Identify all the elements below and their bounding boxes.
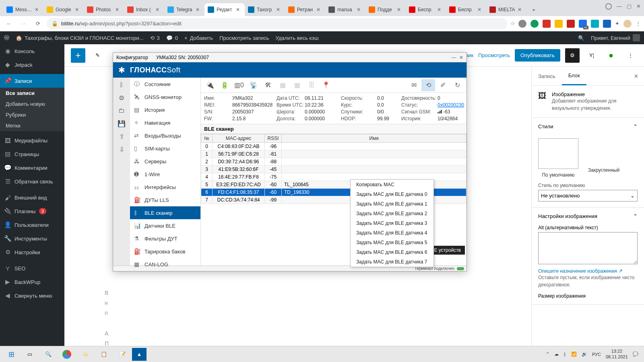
alt-help-link[interactable]: Опишите назначение изображения: [538, 268, 617, 274]
back-button[interactable]: ←: [3, 18, 14, 29]
jetpack-button[interactable]: ●: [604, 48, 618, 63]
erase-icon[interactable]: ✐: [436, 79, 450, 91]
close-tab-icon[interactable]: ✕: [437, 7, 443, 12]
sidebar-item-posts[interactable]: 📌Записи: [0, 74, 64, 88]
app-menu-item[interactable]: ⛽ДУТы LLS: [130, 193, 200, 206]
sidebar-item-console[interactable]: ◉Консоль: [0, 44, 64, 58]
browser-tab[interactable]: Беспр✕: [446, 3, 486, 16]
app-menu-item[interactable]: ⚏Интерфейсы: [130, 181, 200, 193]
context-menu-item[interactable]: Задать MAC для BLE датчика 4: [351, 228, 433, 238]
table-row[interactable]: 156:71:9F:0E:C6:28-81: [201, 150, 466, 158]
url-bar[interactable]: 🔒 bitlite.ru/wp-admin/post.php?post=3297…: [47, 18, 507, 29]
configurator-icon[interactable]: ▲: [132, 348, 147, 361]
site-link[interactable]: 🏠 Тахографы, блоки СКЗИ и ГЛОНАСС монито…: [16, 35, 144, 41]
app-menu-item[interactable]: 📊Датчики BLE: [130, 219, 200, 232]
browser-tab[interactable]: Редакт✕: [204, 3, 245, 16]
upload-icon[interactable]: ⇧: [115, 131, 128, 142]
table-row[interactable]: 341:E9:5B:32:60:6F-45: [201, 166, 466, 173]
more-button[interactable]: ⋮: [623, 48, 638, 63]
context-menu-item[interactable]: Задать MAC для BLE датчика 2: [351, 209, 433, 218]
sidebar-item-comments[interactable]: 💬Комментарии: [0, 161, 64, 175]
close-sidebar-button[interactable]: ✕: [628, 68, 644, 85]
preview-link[interactable]: Просмотреть: [478, 52, 510, 58]
table-row[interactable]: 2D0:39:72:A4:D6:96-88: [201, 158, 466, 166]
ext-icon[interactable]: [555, 20, 563, 28]
browser-tab[interactable]: Подде✕: [365, 3, 406, 16]
sidebar-item-tools[interactable]: 🔧Инструменты: [0, 232, 64, 245]
app-menu-item[interactable]: ⛽Тарировка баков: [130, 245, 200, 258]
app-menu-item[interactable]: ⚗Фильтры ДУТ: [130, 232, 200, 245]
star-icon[interactable]: ☆: [510, 21, 515, 27]
reload-button[interactable]: ⟳: [32, 18, 43, 29]
close-icon[interactable]: ✕: [636, 3, 641, 10]
counter-icon[interactable]: ▥0: [232, 79, 246, 91]
app-menu-item[interactable]: ✧Навигация: [130, 116, 200, 129]
tray-chevron-icon[interactable]: ⌃: [546, 352, 549, 357]
add-new-link[interactable]: + Добавить: [184, 35, 213, 41]
ext-icon[interactable]: [591, 20, 599, 28]
onedrive-icon[interactable]: ☁: [554, 352, 559, 357]
new-tab-button[interactable]: +: [528, 4, 539, 15]
minimize-icon[interactable]: —: [451, 55, 456, 60]
table-row[interactable]: 0C4:06:83:0F:D2:AB-96: [201, 143, 466, 150]
alt-text-input[interactable]: [538, 232, 638, 264]
panel-styles[interactable]: Стили⌃: [532, 118, 644, 135]
sidebar-item-backwpup[interactable]: ▶BackWPup: [0, 275, 64, 289]
sidebar-sub-add-new[interactable]: Добавить новую: [0, 99, 64, 109]
record-icon[interactable]: ▦: [276, 79, 289, 91]
context-menu-item[interactable]: Задать MAC для BLE датчика 6: [351, 247, 433, 257]
notepad-icon[interactable]: 📝: [114, 347, 131, 362]
close-tab-icon[interactable]: ✕: [75, 7, 80, 12]
sidebar-item-users[interactable]: 👤Пользователи: [0, 218, 64, 232]
close-tab-icon[interactable]: ✕: [518, 7, 523, 12]
app-menu-item[interactable]: ⇄Входы/Выходы: [130, 129, 200, 142]
app-menu-item[interactable]: ➊1-Wire: [130, 168, 200, 181]
history-icon[interactable]: ↻: [450, 79, 464, 91]
language-indicator[interactable]: РУС: [592, 352, 601, 357]
publish-button[interactable]: Опубликовать: [515, 49, 560, 62]
sidebar-item-appearance[interactable]: 🖌Внешний вид: [0, 191, 64, 204]
download-icon[interactable]: ⇩: [115, 144, 128, 155]
context-menu-item[interactable]: Копировать MAC: [351, 180, 433, 189]
close-tab-icon[interactable]: ✕: [115, 7, 121, 12]
volume-icon[interactable]: 🔊: [582, 352, 587, 357]
app-titlebar[interactable]: Конфигуратор УМКа302 SN: 20050307 —✕: [113, 53, 466, 62]
add-block-button[interactable]: +: [71, 48, 85, 63]
clear-cache-link[interactable]: Удалить весь кэш: [275, 35, 318, 41]
edit-mode-button[interactable]: ✎: [90, 48, 105, 63]
close-tab-icon[interactable]: ✕: [477, 7, 483, 12]
context-menu-item[interactable]: Задать MAC для BLE датчика 0: [351, 189, 433, 199]
tab-post[interactable]: Запись: [532, 68, 562, 85]
app-menu-item[interactable]: ⓘСостояние: [130, 78, 200, 90]
sidebar-sub-all-posts[interactable]: Все записи: [0, 88, 64, 99]
close-tab-icon[interactable]: ✕: [155, 7, 161, 12]
sidebar-sub-categories[interactable]: Рубрики: [0, 109, 64, 120]
chip-icon[interactable]: ⚙: [115, 92, 128, 103]
config-icon[interactable]: 🛠: [261, 79, 275, 91]
close-icon[interactable]: ✕: [459, 55, 463, 60]
ext-icon[interactable]: [567, 20, 575, 28]
save-icon[interactable]: 💾: [115, 118, 128, 129]
forward-button[interactable]: →: [18, 18, 29, 29]
status-link[interactable]: 0x00200230: [438, 102, 462, 108]
app-menu-item[interactable]: ▯SIM-карты: [130, 142, 200, 155]
app-menu-item[interactable]: ▤История: [130, 103, 200, 116]
bluetooth-icon[interactable]: ᛒ: [564, 352, 566, 357]
close-tab-icon[interactable]: ✕: [357, 7, 362, 12]
close-tab-icon[interactable]: ✕: [236, 7, 242, 12]
mail-icon[interactable]: ✉: [407, 79, 421, 91]
wifi-icon[interactable]: 📶: [571, 352, 577, 357]
sidebar-item-plugins[interactable]: 🔌Плагины 3: [0, 204, 64, 218]
minimize-icon[interactable]: —: [617, 3, 622, 10]
browser-tab[interactable]: Google✕: [43, 3, 84, 16]
ext-icon[interactable]: [603, 20, 611, 28]
explorer-icon[interactable]: 🗂: [76, 347, 94, 362]
wp-logo-icon[interactable]: ⓦ: [4, 34, 9, 41]
puzzle-icon[interactable]: ✦: [615, 21, 619, 27]
browser-tab[interactable]: Messen✕: [3, 3, 43, 16]
close-tab-icon[interactable]: ✕: [35, 7, 40, 12]
clock[interactable]: 13:2208.11.2021: [606, 349, 628, 359]
sidebar-item-feedback[interactable]: ☰Обратная связь: [0, 175, 64, 188]
search-icon[interactable]: 🔍: [578, 35, 584, 41]
panel-image-settings[interactable]: Настройки изображения⌃: [532, 208, 644, 225]
